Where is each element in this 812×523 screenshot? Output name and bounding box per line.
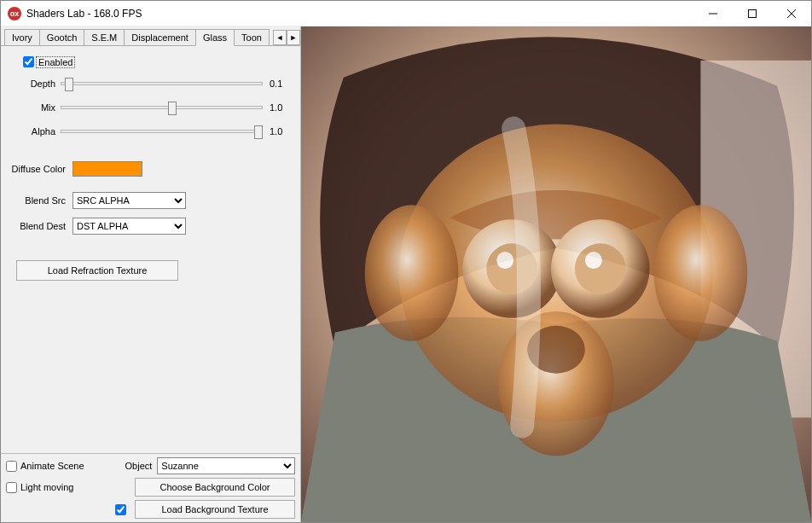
alpha-value: 1.0 [263,126,290,137]
tab-toon[interactable]: Toon [234,29,270,45]
blend-src-combo[interactable]: SRC ALPHA [72,192,186,209]
svg-point-14 [585,252,602,269]
app-window: ox Shaders Lab - 168.0 FPS Ivory Gootch … [0,0,812,523]
bg-texture-checkbox[interactable] [115,504,126,515]
alpha-slider[interactable] [61,124,263,139]
diffuse-color-swatch[interactable] [72,161,142,177]
svg-rect-1 [749,9,757,17]
maximize-button[interactable] [733,1,772,26]
load-bg-texture-button[interactable]: Load Background Texture [135,500,295,519]
blend-src-label: Blend Src [11,195,72,206]
animate-scene-checkbox[interactable] [6,461,17,472]
app-icon: ox [8,7,21,20]
tab-sem[interactable]: S.E.M [84,29,125,45]
mix-slider[interactable] [61,100,263,115]
svg-point-12 [575,243,626,294]
depth-slider[interactable] [61,76,263,91]
blend-dest-label: Blend Dest [11,221,72,231]
object-combo[interactable]: Suzanne [157,457,295,474]
depth-label: Depth [11,78,61,89]
animate-scene-label: Animate Scene [20,461,110,471]
viewport[interactable] [301,26,811,522]
body: Ivory Gootch S.E.M Displacement Glass To… [1,26,811,522]
titlebar: ox Shaders Lab - 168.0 FPS [1,1,811,26]
window-title: Shaders Lab - 168.0 FPS [26,8,693,20]
diffuse-color-label: Diffuse Color [11,164,72,174]
alpha-thumb[interactable] [254,125,263,139]
mix-thumb[interactable] [168,102,177,115]
glass-panel: Enabled Depth 0.1 Mix 1.0 [1,45,300,453]
tab-scroll-left[interactable]: ◄ [273,30,287,45]
mix-label: Mix [11,102,61,113]
tab-scroll-buttons: ◄ ► [273,30,300,45]
tab-gootch[interactable]: Gootch [39,29,84,45]
depth-thumb[interactable] [65,78,73,91]
tabstrip: Ivory Gootch S.E.M Displacement Glass To… [1,26,300,45]
render-preview [301,26,811,522]
load-refraction-button[interactable]: Load Refraction Texture [16,260,178,281]
tab-scroll-right[interactable]: ► [287,30,300,45]
choose-bg-color-button[interactable]: Choose Background Color [135,478,295,497]
light-moving-checkbox[interactable] [6,482,17,493]
object-label: Object [125,461,153,471]
enabled-checkbox[interactable] [23,56,34,67]
alpha-label: Alpha [11,126,61,137]
tab-displacement[interactable]: Displacement [124,29,196,45]
mix-value: 1.0 [263,102,290,113]
light-moving-label: Light moving [20,482,114,492]
svg-point-7 [365,205,459,340]
depth-value: 0.1 [263,78,290,89]
left-panel: Ivory Gootch S.E.M Displacement Glass To… [1,26,301,522]
close-button[interactable] [772,1,811,26]
tab-glass[interactable]: Glass [195,29,235,46]
enabled-label: Enabled [37,57,74,67]
minimize-button[interactable] [693,1,733,26]
bottom-bar: Animate Scene Object Suzanne Light movin… [1,453,300,522]
svg-point-13 [496,252,513,269]
blend-dest-combo[interactable]: DST ALPHA [72,218,186,235]
tab-ivory[interactable]: Ivory [4,29,40,45]
svg-point-8 [654,205,748,340]
